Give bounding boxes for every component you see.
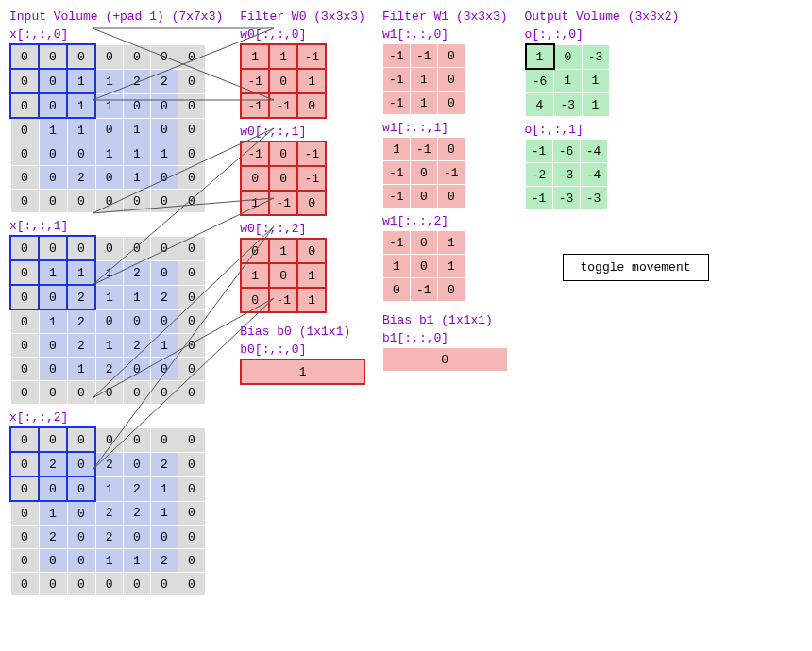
toggle-movement-button[interactable]: toggle movement — [563, 254, 709, 281]
input-cell: 0 — [10, 309, 39, 334]
output-cell: 1 — [526, 44, 554, 69]
input-cell: 0 — [10, 44, 39, 69]
output-cell: -4 — [580, 163, 607, 187]
input-cell: 0 — [124, 427, 151, 452]
w0-cell: 0 — [297, 191, 326, 215]
input-cell: 1 — [124, 118, 151, 142]
w0-cell: 1 — [241, 191, 269, 215]
input-cell: 0 — [39, 166, 67, 190]
input-matrix: 0000000011120000211200120000002121000120… — [9, 235, 206, 405]
output-cell: 0 — [554, 44, 583, 69]
w1-cell: -1 — [410, 138, 437, 161]
input-cell: 0 — [10, 334, 39, 358]
input-cell: 0 — [39, 285, 67, 309]
input-cell: 0 — [10, 427, 39, 452]
input-cell: 1 — [67, 93, 95, 118]
input-cell: 0 — [95, 44, 124, 69]
w0-cell: 0 — [241, 239, 269, 263]
input-slice-label: x[:,:,0] — [9, 27, 223, 42]
bias1-label: b1[:,:,0] — [382, 331, 508, 345]
input-cell: 0 — [124, 93, 151, 118]
input-cell: 0 — [67, 526, 95, 549]
input-cell: 0 — [67, 427, 95, 452]
input-cell: 0 — [151, 190, 178, 213]
output-cell: -3 — [552, 163, 580, 187]
input-cell: 0 — [10, 190, 39, 213]
input-cell: 0 — [95, 309, 124, 334]
w1-cell: -1 — [382, 161, 410, 185]
input-cell: 0 — [10, 69, 39, 93]
w0-cell: 0 — [297, 239, 326, 263]
input-cell: 0 — [178, 142, 206, 166]
input-cell: 1 — [39, 309, 67, 334]
filter-w0-column: Filter W0 (3x3x3) w0[:,:,0]11-1-101-1-10… — [240, 9, 365, 391]
w0-matrix: 11-1-101-1-10 — [240, 43, 327, 119]
input-matrix: 0000000020202000012100102210020200000011… — [9, 426, 206, 596]
input-cell: 0 — [67, 142, 95, 166]
input-cell: 1 — [95, 285, 124, 309]
input-cell: 0 — [178, 236, 206, 260]
output-cell: -6 — [552, 140, 580, 163]
input-cell: 0 — [39, 549, 67, 573]
input-cell: 0 — [10, 142, 39, 166]
output-cell: -4 — [580, 140, 607, 163]
input-cell: 0 — [39, 44, 67, 69]
input-cell: 1 — [39, 260, 67, 285]
input-cell: 2 — [151, 452, 178, 476]
w0-slice-label: w0[:,:,1] — [240, 125, 365, 139]
input-cell: 0 — [178, 69, 206, 93]
input-cell: 1 — [67, 69, 95, 93]
input-cell: 2 — [67, 285, 95, 309]
input-cell: 0 — [95, 236, 124, 260]
w0-cell: 1 — [241, 263, 269, 288]
input-cell: 0 — [10, 358, 39, 381]
input-cell: 0 — [124, 573, 151, 596]
input-cell: 0 — [67, 381, 95, 405]
w1-cell: 1 — [437, 255, 465, 278]
w0-cell: 1 — [297, 263, 326, 288]
input-cell: 0 — [178, 501, 206, 526]
input-cell: 2 — [95, 452, 124, 476]
input-cell: 0 — [10, 526, 39, 549]
w0-cell: 1 — [297, 69, 326, 93]
input-cell: 0 — [67, 452, 95, 476]
input-cell: 0 — [178, 358, 206, 381]
input-cell: 0 — [95, 118, 124, 142]
input-cell: 0 — [67, 501, 95, 526]
w1-cell: 1 — [382, 138, 410, 161]
w1-cell: 0 — [410, 231, 437, 255]
w0-cell: -1 — [269, 191, 297, 215]
w1-cell: -1 — [437, 161, 465, 185]
input-cell: 0 — [151, 118, 178, 142]
input-cell: 0 — [151, 381, 178, 405]
input-cell: 1 — [95, 69, 124, 93]
w1-cell: -1 — [410, 44, 437, 68]
output-cell: 4 — [526, 93, 554, 117]
w1-cell: -1 — [382, 185, 410, 209]
input-cell: 0 — [178, 190, 206, 213]
input-cell: 0 — [39, 427, 67, 452]
input-slice-label: x[:,:,2] — [9, 410, 223, 425]
input-cell: 0 — [151, 573, 178, 596]
input-cell: 0 — [124, 309, 151, 334]
w1-cell: 0 — [437, 278, 465, 302]
input-cell: 2 — [67, 166, 95, 190]
input-cell: 0 — [124, 381, 151, 405]
input-cell: 2 — [124, 334, 151, 358]
w1-cell: -1 — [382, 68, 410, 92]
input-cell: 2 — [124, 476, 151, 501]
w1-cell: 0 — [437, 44, 465, 68]
w0-cell: -1 — [297, 166, 326, 191]
w1-slice-label: w1[:,:,2] — [382, 214, 508, 228]
input-slice-label: x[:,:,1] — [9, 219, 223, 233]
input-cell: 0 — [67, 476, 95, 501]
input-cell: 0 — [151, 236, 178, 260]
output-cell: -1 — [525, 187, 552, 210]
w0-cell: 0 — [241, 166, 269, 191]
input-cell: 2 — [151, 549, 178, 573]
output-cell: -3 — [554, 93, 583, 117]
input-cell: 0 — [151, 427, 178, 452]
input-cell: 0 — [67, 44, 95, 69]
w0-cell: -1 — [269, 288, 297, 312]
w1-cell: 0 — [437, 92, 465, 115]
